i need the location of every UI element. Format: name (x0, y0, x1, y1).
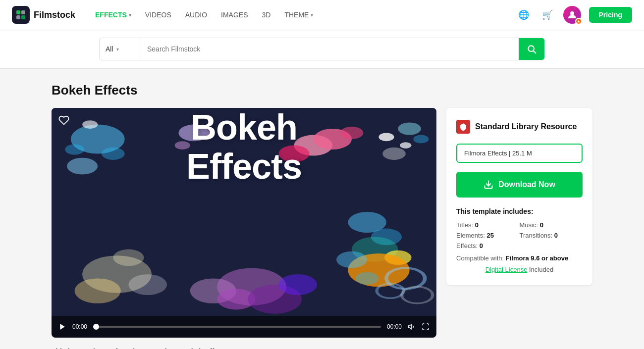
svg-point-33 (113, 249, 144, 266)
svg-point-25 (352, 237, 398, 261)
video-controls: 00:00 00:00 (52, 316, 436, 338)
fullscreen-button[interactable] (422, 323, 429, 331)
logo-icon (12, 6, 30, 24)
file-info-box: Filmora Effects | 25.1 M (456, 144, 583, 163)
video-container: Bokeh Effects 00:00 00:00 (52, 108, 436, 338)
svg-point-40 (377, 284, 404, 298)
nav-3d[interactable]: 3D (256, 7, 277, 23)
play-button[interactable] (58, 323, 66, 331)
avatar[interactable] (563, 6, 581, 24)
heart-icon[interactable] (58, 115, 69, 128)
page-title: Bokeh Effects (52, 83, 592, 98)
svg-point-24 (371, 229, 402, 246)
time-total: 00:00 (387, 323, 402, 330)
svg-point-26 (384, 250, 411, 265)
svg-point-4 (570, 11, 574, 15)
search-bar: All ▾ (99, 38, 545, 60)
svg-rect-1 (21, 10, 25, 14)
search-button[interactable] (519, 38, 544, 60)
transitions-label: Transitions: 0 (520, 232, 583, 239)
progress-bar[interactable] (93, 326, 381, 328)
search-icon (527, 44, 537, 54)
titles-label: Titles: 0 (456, 221, 520, 229)
nav-audio[interactable]: AUDIO (179, 7, 213, 23)
svg-marker-43 (408, 324, 411, 329)
effects-label: Effects: 0 (456, 242, 520, 249)
volume-button[interactable] (408, 323, 416, 331)
logo[interactable]: Filmstock (12, 6, 75, 24)
main-content: Bokeh Effects (0, 69, 644, 349)
video-title-text: Bokeh Effects (52, 108, 436, 186)
music-label: Music: 0 (520, 221, 583, 229)
effects-chevron-icon: ▾ (129, 12, 131, 18)
svg-point-31 (75, 278, 121, 303)
time-current: 00:00 (72, 323, 87, 330)
svg-line-6 (534, 51, 536, 53)
nav-theme[interactable]: THEME ▾ (278, 7, 319, 23)
sidebar: Standard Library Resource Filmora Effect… (446, 108, 592, 285)
nav-videos[interactable]: VIDEOS (139, 7, 177, 23)
elements-label: Elements: 25 (456, 232, 520, 239)
meta-grid: Titles: 0 Music: 0 Elements: 25 Transiti… (456, 221, 583, 249)
license-row: Digital License Included (456, 266, 583, 273)
video-area[interactable]: Bokeh Effects (52, 108, 436, 316)
svg-point-41 (402, 287, 432, 303)
filter-chevron-icon: ▾ (116, 47, 119, 52)
compatible-row: Compatible with: Filmora 9.6 or above (456, 254, 583, 262)
svg-rect-0 (16, 10, 20, 14)
bokeh-title: Bokeh Effects (52, 108, 436, 186)
cart-icon[interactable]: 🛒 (539, 7, 555, 23)
search-input[interactable] (139, 38, 519, 60)
download-button[interactable]: Download Now (456, 172, 583, 198)
logo-text: Filmstock (34, 10, 75, 20)
svg-point-38 (278, 274, 317, 295)
svg-point-35 (217, 268, 286, 305)
svg-point-39 (386, 268, 425, 289)
svg-point-23 (348, 212, 386, 233)
content-layout: Bokeh Effects 00:00 00:00 (52, 108, 592, 338)
svg-point-36 (217, 289, 256, 309)
svg-rect-3 (21, 15, 25, 19)
search-section: All ▾ (0, 30, 644, 69)
svg-point-30 (82, 255, 152, 293)
search-filter-dropdown[interactable]: All ▾ (100, 38, 139, 60)
template-includes-label: This template includes: (456, 207, 583, 215)
avatar-badge (575, 18, 582, 25)
svg-point-34 (190, 278, 236, 303)
svg-point-29 (356, 272, 379, 285)
pricing-button[interactable]: Pricing (589, 7, 632, 23)
theme-chevron-icon: ▾ (311, 12, 313, 18)
license-link[interactable]: Digital License (485, 266, 528, 273)
svg-point-27 (348, 253, 409, 287)
svg-point-28 (336, 251, 367, 268)
globe-icon[interactable]: 🌐 (516, 7, 532, 23)
svg-rect-2 (16, 15, 20, 19)
svg-point-37 (248, 285, 302, 314)
shield-icon (456, 120, 470, 134)
svg-marker-42 (60, 324, 64, 330)
main-nav: EFFECTS ▾ VIDEOS AUDIO IMAGES 3D THEME ▾ (89, 7, 516, 23)
header: Filmstock EFFECTS ▾ VIDEOS AUDIO IMAGES … (0, 0, 644, 30)
resource-badge: Standard Library Resource (456, 120, 583, 134)
resource-label: Standard Library Resource (475, 122, 577, 131)
nav-images[interactable]: IMAGES (215, 7, 254, 23)
header-right: 🌐 🛒 Pricing (516, 6, 632, 24)
svg-point-32 (128, 274, 167, 295)
download-icon (483, 180, 493, 190)
nav-effects[interactable]: EFFECTS ▾ (89, 7, 137, 23)
progress-thumb (93, 324, 99, 330)
